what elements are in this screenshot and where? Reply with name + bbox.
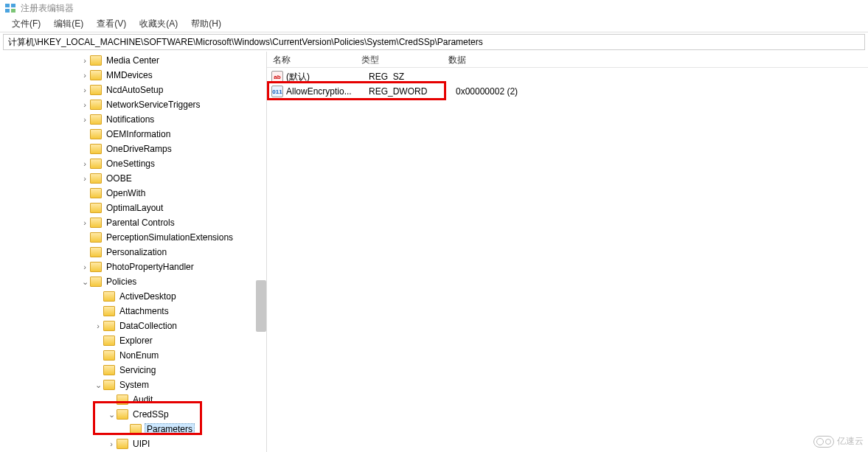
tree-item[interactable]: PerceptionSimulationExtensions <box>0 230 266 245</box>
tree-pane[interactable]: Media CenterMMDevicesNcdAutoSetupNetwork… <box>0 52 267 452</box>
tree-scrollbar-thumb[interactable] <box>256 280 266 332</box>
tree-item-label: MMDevices <box>105 70 154 80</box>
chevron-right-icon[interactable] <box>80 100 90 110</box>
menu-view[interactable]: 查看(V) <box>91 16 132 32</box>
window-title: 注册表编辑器 <box>21 2 74 15</box>
folder-icon <box>90 55 102 66</box>
chevron-right-icon[interactable] <box>80 55 90 66</box>
tree-item-label: ActiveDesktop <box>118 291 178 302</box>
chevron-down-icon[interactable] <box>106 409 117 420</box>
chevron-right-icon[interactable] <box>93 321 103 331</box>
menu-file[interactable]: 文件(F) <box>6 16 46 32</box>
tree-item-label: Parental Controls <box>105 218 176 228</box>
folder-icon <box>90 232 102 243</box>
tree-item[interactable]: OptimalLayout <box>0 201 266 215</box>
tree-item-label: NcdAutoSetup <box>105 85 164 95</box>
chevron-down-icon[interactable] <box>80 277 90 287</box>
tree-item-label: PhotoPropertyHandler <box>105 262 195 272</box>
col-name[interactable]: 名称 <box>267 52 355 67</box>
tree-item-label: Audit <box>131 394 154 405</box>
value-type: REG_DWORD <box>369 86 456 97</box>
tree-item-label: Policies <box>105 277 138 287</box>
chevron-right-icon[interactable] <box>80 173 90 184</box>
tree-item[interactable]: NcdAutoSetup <box>0 83 266 97</box>
folder-icon <box>90 85 102 95</box>
chevron-right-icon[interactable] <box>80 159 90 169</box>
tree-item[interactable]: System <box>0 378 266 392</box>
folder-icon <box>90 70 102 80</box>
tree-item[interactable]: Notifications <box>0 112 266 127</box>
tree-item[interactable]: OneDriveRamps <box>0 142 266 156</box>
tree-item-label: OEMInformation <box>105 129 172 139</box>
tree-item[interactable]: Servicing <box>0 363 266 378</box>
menu-favorites[interactable]: 收藏夹(A) <box>133 16 184 32</box>
watermark-icon <box>813 436 834 448</box>
value-row[interactable]: 011AllowEncryptio...REG_DWORD0x00000002 … <box>267 84 868 99</box>
tree-item[interactable]: MMDevices <box>0 68 266 83</box>
folder-icon <box>103 321 115 331</box>
folder-icon <box>103 335 115 346</box>
tree-item[interactable]: NetworkServiceTriggers <box>0 97 266 112</box>
tree-item[interactable]: Parental Controls <box>0 215 266 230</box>
tree-item[interactable]: UIPI <box>0 437 266 451</box>
folder-icon <box>90 129 102 139</box>
menu-help[interactable]: 帮助(H) <box>185 16 227 32</box>
col-type[interactable]: 类型 <box>355 52 442 67</box>
value-name: AllowEncryptio... <box>286 86 369 97</box>
values-list[interactable]: ab(默认)REG_SZ011AllowEncryptio...REG_DWOR… <box>267 68 868 99</box>
tree-item[interactable]: Parameters <box>0 422 266 437</box>
tree-item[interactable]: Attachments <box>0 304 266 319</box>
tree-item[interactable]: CredSSp <box>0 407 266 422</box>
svg-rect-2 <box>5 9 10 13</box>
tree-item[interactable]: Media Center <box>0 53 266 68</box>
folder-icon <box>103 306 115 316</box>
values-header[interactable]: 名称 类型 数据 <box>267 52 868 68</box>
chevron-right-icon[interactable] <box>80 262 90 272</box>
main-split: Media CenterMMDevicesNcdAutoSetupNetwork… <box>0 52 868 452</box>
address-bar[interactable]: 计算机\HKEY_LOCAL_MACHINE\SOFTWARE\Microsof… <box>3 34 865 50</box>
folder-icon <box>130 424 142 434</box>
tree-item[interactable]: PhotoPropertyHandler <box>0 260 266 274</box>
col-data[interactable]: 数据 <box>442 52 868 67</box>
tree-item[interactable]: OOBE <box>0 171 266 186</box>
chevron-right-icon[interactable] <box>80 218 90 228</box>
folder-icon <box>90 277 102 287</box>
value-type: REG_SZ <box>369 72 456 82</box>
tree-item[interactable]: Explorer <box>0 333 266 348</box>
tree-item[interactable]: OEMInformation <box>0 127 266 142</box>
tree-item[interactable]: Policies <box>0 274 266 289</box>
tree-item[interactable]: Audit <box>0 392 266 407</box>
folder-icon <box>90 159 102 169</box>
folder-icon <box>117 394 128 405</box>
folder-icon <box>103 350 115 361</box>
folder-icon <box>90 100 102 110</box>
svg-rect-1 <box>11 4 15 7</box>
chevron-down-icon[interactable] <box>93 380 103 390</box>
chevron-right-icon[interactable] <box>80 70 90 80</box>
tree-item-label: OpenWith <box>105 188 147 198</box>
menu-edit[interactable]: 编辑(E) <box>48 16 89 32</box>
tree-item[interactable]: OpenWith <box>0 186 266 201</box>
tree-item-label: PerceptionSimulationExtensions <box>105 232 235 243</box>
tree-item-label: DataCollection <box>118 321 178 331</box>
chevron-right-icon[interactable] <box>80 85 90 95</box>
dword-value-icon: 011 <box>271 86 283 97</box>
tree-item[interactable]: NonEnum <box>0 348 266 363</box>
value-row[interactable]: ab(默认)REG_SZ <box>267 69 868 84</box>
tree-item-label: Personalization <box>105 247 168 257</box>
folder-icon <box>103 365 115 375</box>
tree-item[interactable]: OneSettings <box>0 156 266 171</box>
chevron-right-icon[interactable] <box>106 439 117 449</box>
tree-item[interactable]: ActiveDesktop <box>0 289 266 304</box>
values-pane[interactable]: 名称 类型 数据 ab(默认)REG_SZ011AllowEncryptio..… <box>267 52 868 452</box>
tree-item-label: OptimalLayout <box>105 203 164 213</box>
chevron-right-icon[interactable] <box>80 114 90 125</box>
tree-item[interactable]: Personalization <box>0 245 266 260</box>
tree-item-label: OneSettings <box>105 159 156 169</box>
folder-icon <box>90 218 102 228</box>
registry-tree[interactable]: Media CenterMMDevicesNcdAutoSetupNetwork… <box>0 52 266 451</box>
menu-bar: 文件(F) 编辑(E) 查看(V) 收藏夹(A) 帮助(H) <box>0 16 868 32</box>
tree-item[interactable]: DataCollection <box>0 319 266 333</box>
tree-item-label: OOBE <box>105 173 133 184</box>
folder-icon <box>90 144 102 154</box>
